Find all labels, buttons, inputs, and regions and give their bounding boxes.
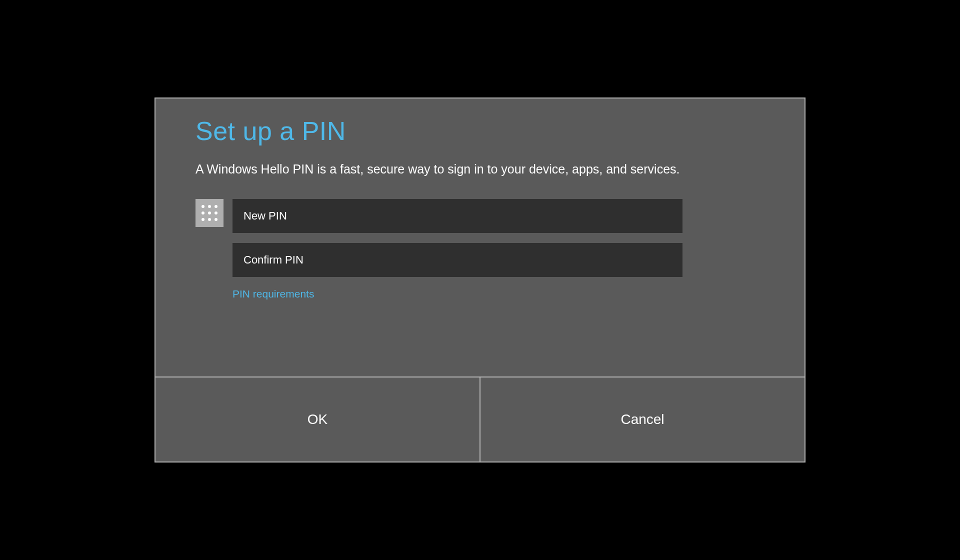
dialog-title: Set up a PIN xyxy=(196,116,764,146)
dialog-description: A Windows Hello PIN is a fast, secure wa… xyxy=(196,162,764,176)
ok-button[interactable]: OK xyxy=(156,378,480,462)
pin-requirements-link[interactable]: PIN requirements xyxy=(232,288,314,300)
button-row: OK Cancel xyxy=(156,376,804,462)
keypad-icon xyxy=(196,199,224,227)
pin-setup-dialog: Set up a PIN A Windows Hello PIN is a fa… xyxy=(154,98,806,462)
inputs-column: PIN requirements xyxy=(232,199,682,300)
confirm-pin-input[interactable] xyxy=(232,243,682,277)
new-pin-input[interactable] xyxy=(232,199,682,233)
dialog-content: Set up a PIN A Windows Hello PIN is a fa… xyxy=(156,98,804,376)
pin-form: PIN requirements xyxy=(196,199,764,300)
cancel-button[interactable]: Cancel xyxy=(480,378,804,462)
